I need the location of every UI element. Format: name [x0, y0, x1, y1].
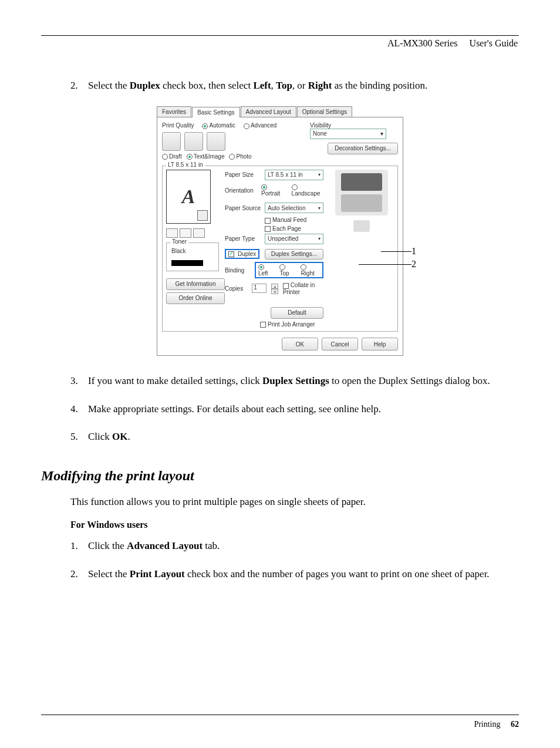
step-2-num: 2. [70, 78, 88, 93]
tab-basic-settings[interactable]: Basic Settings [192, 107, 239, 117]
default-button[interactable]: Default [271, 307, 323, 319]
tray-icon-2[interactable] [180, 228, 191, 238]
chevron-down-icon: ▾ [380, 130, 383, 137]
print-dialog: Favorites Basic Settings Advanced Layout… [157, 106, 403, 356]
toner-black-label: Black [171, 248, 214, 254]
page-preview: A [166, 170, 211, 224]
step-5-num: 5. [70, 429, 88, 444]
each-page-checkbox[interactable]: Each Page [265, 225, 323, 232]
get-information-button[interactable]: Get Information [166, 278, 225, 290]
tab-optional-settings[interactable]: Optional Settings [297, 106, 352, 117]
pq-icon-photo[interactable] [207, 132, 225, 151]
radio-advanced[interactable]: Advanced [244, 122, 276, 129]
tray-icon-1[interactable] [166, 228, 178, 238]
radio-automatic[interactable]: Automatic [202, 122, 235, 129]
paper-size-label: Paper Size [225, 171, 261, 178]
print-job-arranger-checkbox[interactable]: Print Job Arranger [260, 321, 323, 328]
page-header: AL-MX300 Series User's Guide [41, 38, 519, 49]
radio-textimage[interactable]: Text&Image [187, 153, 225, 160]
step-4-text: Make appropriate settings. For details a… [88, 402, 519, 417]
paper-size-select[interactable]: LT 8.5 x 11 in ▾ [265, 170, 323, 180]
paper-legend: LT 8.5 x 11 in [166, 161, 205, 168]
copies-spinner[interactable]: ▴▾ [271, 284, 278, 293]
chevron-down-icon: ▾ [318, 205, 321, 211]
dialog-tabs: Favorites Basic Settings Advanced Layout… [157, 106, 403, 117]
win-step-2-text: Select the Print Layout check box and th… [88, 567, 519, 582]
cancel-button[interactable]: Cancel [322, 338, 358, 351]
radio-binding-top[interactable]: Top [279, 264, 295, 277]
decoration-settings-button[interactable]: Decoration Settings... [328, 143, 398, 154]
step-3-text: If you want to make detailed settings, c… [88, 373, 519, 389]
duplex-settings-button[interactable]: Duplex Settings... [265, 249, 323, 260]
windows-subheading: For Windows users [70, 520, 519, 530]
spinner-up-icon[interactable]: ▴ [271, 284, 278, 289]
binding-label: Binding [225, 267, 251, 274]
step-3-num: 3. [70, 373, 88, 389]
product-name: AL-MX300 Series [387, 38, 458, 48]
print-quality-label: Print Quality [162, 122, 194, 129]
paper-source-label: Paper Source [225, 205, 261, 211]
step-4-num: 4. [70, 402, 88, 417]
footer-chapter: Printing [474, 720, 500, 729]
step-2-text: Select the Duplex check box, then select… [88, 78, 519, 93]
tab-favorites[interactable]: Favorites [157, 106, 191, 117]
win-step-1-num: 1. [70, 538, 88, 554]
doc-title: User's Guide [470, 38, 518, 48]
pq-icon-draft[interactable] [162, 132, 181, 151]
toner-level-bar [171, 260, 203, 266]
printer-illustration [335, 170, 388, 215]
paper-type-label: Paper Type [225, 235, 261, 242]
step-5: 5. Click OK. [70, 429, 519, 444]
step-3: 3. If you want to make detailed settings… [70, 373, 519, 389]
supplies-icon [353, 220, 370, 232]
manual-feed-checkbox[interactable]: Manual Feed [265, 217, 323, 223]
tray-icon-3[interactable] [193, 228, 205, 238]
radio-photo[interactable]: Photo [229, 153, 251, 160]
copies-label: Copies [225, 285, 247, 292]
step-5-text: Click OK. [88, 429, 519, 444]
win-step-2-num: 2. [70, 567, 88, 582]
page-footer: Printing 62 [474, 720, 519, 729]
spinner-down-icon[interactable]: ▾ [271, 289, 278, 294]
footer-rule [41, 715, 519, 715]
callout-2: 2 [411, 259, 416, 269]
tab-advanced-layout[interactable]: Advanced Layout [241, 106, 296, 117]
visibility-label: Visibility [310, 122, 398, 129]
collate-checkbox[interactable]: Collate in Printer [283, 282, 323, 295]
duplex-checkbox[interactable]: Duplex [225, 249, 259, 259]
radio-binding-right[interactable]: Right [301, 264, 320, 277]
radio-landscape[interactable]: Landscape [292, 184, 323, 197]
copies-input[interactable]: 1 [252, 284, 266, 293]
section-intro: This function allows you to print multip… [70, 494, 519, 510]
step-4: 4. Make appropriate settings. For detail… [70, 402, 519, 417]
section-heading: Modifying the print layout [41, 468, 519, 484]
ok-button[interactable]: OK [282, 338, 318, 351]
header-rule [41, 35, 519, 36]
order-online-button[interactable]: Order Online [166, 292, 225, 304]
pq-icon-textimage[interactable] [184, 132, 203, 151]
paper-type-select[interactable]: Unspecified ▾ [265, 234, 323, 244]
orientation-label: Orientation [225, 187, 258, 194]
callout-2-line [359, 264, 411, 265]
win-step-1: 1. Click the Advanced Layout tab. [70, 538, 519, 554]
radio-portrait[interactable]: Portrait [261, 184, 285, 197]
footer-page: 62 [511, 720, 519, 729]
radio-binding-left[interactable]: Left [258, 264, 274, 277]
win-step-2: 2. Select the Print Layout check box and… [70, 567, 519, 582]
chevron-down-icon: ▾ [318, 236, 321, 241]
callout-1: 1 [411, 246, 416, 257]
paper-source-select[interactable]: Auto Selection ▾ [265, 203, 323, 213]
win-step-1-text: Click the Advanced Layout tab. [88, 538, 519, 554]
radio-draft[interactable]: Draft [162, 153, 182, 160]
callout-1-line [381, 251, 411, 252]
chevron-down-icon: ▾ [318, 172, 321, 177]
visibility-select[interactable]: None ▾ [310, 129, 386, 139]
toner-legend: Toner [170, 238, 188, 245]
step-2: 2. Select the Duplex check box, then sel… [70, 78, 519, 93]
help-button[interactable]: Help [362, 338, 398, 351]
